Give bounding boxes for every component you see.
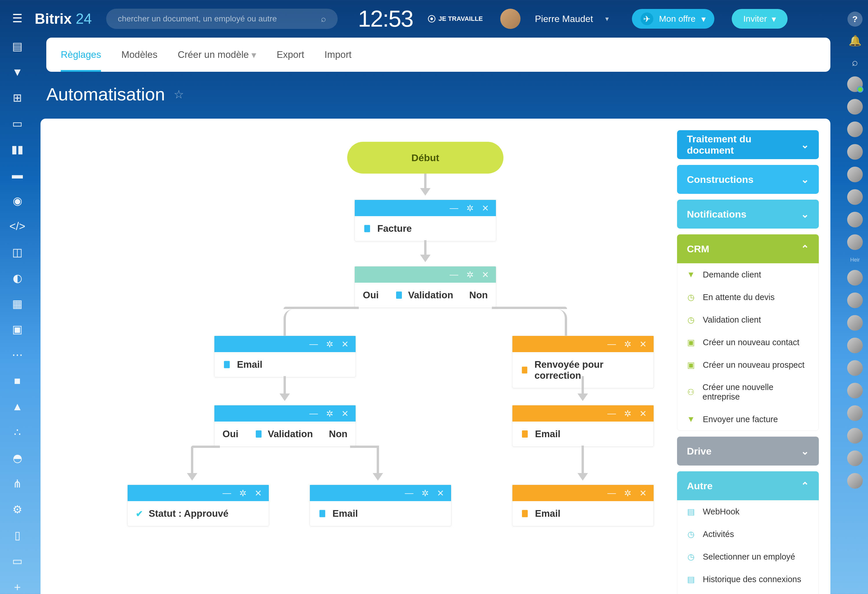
- minimize-icon[interactable]: —: [607, 488, 616, 498]
- autre-item[interactable]: ▤Définition des paramètres: [677, 591, 819, 594]
- gear-icon[interactable]: ✲: [624, 409, 631, 419]
- step-validation-2[interactable]: —✲✕ Oui Validation Non: [214, 405, 356, 447]
- close-icon[interactable]: ✕: [341, 339, 348, 349]
- contact-avatar[interactable]: [847, 383, 863, 398]
- gear-icon[interactable]: ✲: [624, 488, 631, 498]
- minimize-icon[interactable]: —: [607, 339, 616, 349]
- favorite-star-icon[interactable]: ☆: [174, 88, 184, 101]
- step-facture[interactable]: — ✲ ✕ Facture: [354, 199, 496, 241]
- nav-clock-icon[interactable]: ◓: [10, 451, 25, 465]
- acc-constructions[interactable]: Constructions⌄: [677, 165, 819, 194]
- close-icon[interactable]: ✕: [255, 488, 262, 498]
- minimize-icon[interactable]: —: [309, 409, 318, 418]
- gear-icon[interactable]: ✲: [624, 339, 631, 349]
- contact-avatar[interactable]: [847, 234, 863, 250]
- nav-add-icon[interactable]: ＋: [10, 579, 25, 594]
- nav-android-icon[interactable]: ◉: [10, 194, 25, 208]
- user-name[interactable]: Pierre Maudet: [535, 13, 593, 24]
- tab-modeles[interactable]: Modèles: [121, 38, 157, 72]
- close-icon[interactable]: ✕: [639, 409, 647, 419]
- menu-icon[interactable]: ☰: [12, 12, 22, 25]
- gear-icon[interactable]: ✲: [466, 270, 474, 280]
- minimize-icon[interactable]: —: [607, 409, 616, 418]
- search-input[interactable]: [118, 14, 321, 24]
- nav-bank-icon[interactable]: ▲: [10, 400, 25, 414]
- autre-item[interactable]: ▤Historique des connexions: [677, 568, 819, 591]
- acc-drive[interactable]: Drive⌄: [677, 437, 819, 465]
- nav-share-icon[interactable]: ∴: [10, 425, 25, 439]
- search-icon[interactable]: ⌕: [321, 14, 326, 24]
- autre-item[interactable]: ▤WebHook: [677, 500, 819, 523]
- nav-laptop-icon[interactable]: ▭: [10, 554, 25, 568]
- contact-avatar[interactable]: [847, 360, 863, 376]
- nav-doc-icon[interactable]: ▤: [10, 39, 25, 53]
- contact-avatar[interactable]: [847, 315, 863, 331]
- acc-autre[interactable]: Autre⌃ ▤WebHook ◷Activités ◷Selectionner…: [677, 471, 819, 594]
- nav-building-icon[interactable]: ▦: [10, 297, 25, 311]
- nav-funnel-icon[interactable]: ▼: [10, 65, 25, 79]
- nav-calendar-icon[interactable]: ▭: [10, 117, 25, 131]
- contact-avatar[interactable]: [847, 451, 863, 466]
- step-validation-1[interactable]: — ✲ ✕ Oui Validation Non: [354, 266, 496, 308]
- autre-item[interactable]: ◷Activités: [677, 523, 819, 545]
- step-approved[interactable]: —✲✕ ✔Statut : Approuvé: [127, 485, 269, 526]
- nav-image-icon[interactable]: ▣: [10, 322, 25, 337]
- nav-ellipsis-icon[interactable]: ⋯: [10, 348, 25, 362]
- contact-avatar[interactable]: [847, 405, 863, 421]
- nav-code-icon[interactable]: </>: [10, 219, 25, 233]
- minimize-icon[interactable]: —: [309, 339, 318, 349]
- contact-avatar[interactable]: [847, 121, 863, 137]
- nav-video-icon[interactable]: ■: [10, 374, 25, 388]
- minimize-icon[interactable]: —: [450, 270, 458, 279]
- nav-sitemap-icon[interactable]: ⋔: [10, 477, 25, 491]
- acc-traitement[interactable]: Traitement du document⌄: [677, 130, 819, 159]
- contact-avatar[interactable]: [847, 212, 863, 228]
- nav-gear-icon[interactable]: ⚙: [10, 502, 25, 516]
- close-icon[interactable]: ✕: [437, 488, 444, 498]
- contact-avatar[interactable]: [847, 144, 863, 160]
- contact-avatar[interactable]: [847, 167, 863, 182]
- contact-avatar[interactable]: [847, 270, 863, 285]
- start-node[interactable]: Début: [347, 142, 503, 174]
- contact-avatar[interactable]: [847, 189, 863, 205]
- gear-icon[interactable]: ✲: [466, 203, 474, 213]
- acc-crm[interactable]: CRM⌃ ▼Demande client ◷En attente du devi…: [677, 234, 819, 431]
- working-status[interactable]: JE TRAVAILLE: [428, 15, 483, 23]
- bell-icon[interactable]: 🔔: [848, 34, 862, 48]
- contact-avatar[interactable]: [847, 338, 863, 353]
- autre-item[interactable]: ◷Selectionner un employé: [677, 545, 819, 568]
- step-email-2[interactable]: —✲✕ Email: [512, 405, 654, 447]
- close-icon[interactable]: ✕: [482, 203, 489, 213]
- nav-book-icon[interactable]: ▬: [10, 168, 25, 182]
- minimize-icon[interactable]: —: [405, 488, 413, 498]
- close-icon[interactable]: ✕: [639, 488, 647, 498]
- invite-button[interactable]: Inviter ▾: [732, 9, 788, 29]
- nav-stats-icon[interactable]: ▮▮: [10, 142, 25, 157]
- minimize-icon[interactable]: —: [223, 488, 231, 498]
- logo[interactable]: Bitrix 24: [35, 10, 92, 27]
- user-chevron-icon[interactable]: ▾: [605, 15, 609, 23]
- offer-button[interactable]: ✈ Mon offre ▾: [632, 9, 714, 29]
- tab-export[interactable]: Export: [277, 38, 304, 72]
- contact-avatar[interactable]: [847, 428, 863, 443]
- step-email-1[interactable]: —✲✕ Email: [214, 335, 356, 377]
- search-box[interactable]: ⌕: [106, 9, 338, 29]
- tab-creer-modele[interactable]: Créer un modèle ▾: [178, 38, 256, 72]
- nav-globe-icon[interactable]: ◐: [10, 271, 25, 285]
- acc-notifications[interactable]: Notifications⌄: [677, 199, 819, 229]
- contact-avatar[interactable]: [847, 76, 863, 92]
- nav-grid-icon[interactable]: ⊞: [10, 91, 25, 105]
- crm-item[interactable]: ▣Créer un nouveau prospect: [677, 353, 819, 376]
- close-icon[interactable]: ✕: [341, 409, 348, 419]
- minimize-icon[interactable]: —: [450, 203, 458, 213]
- nav-cash-icon[interactable]: ◫: [10, 245, 25, 259]
- gear-icon[interactable]: ✲: [239, 488, 247, 498]
- crm-item[interactable]: ⚇Créer une nouvelle entreprise: [677, 376, 819, 408]
- tab-import[interactable]: Import: [325, 38, 352, 72]
- gear-icon[interactable]: ✲: [326, 339, 333, 349]
- crm-item[interactable]: ▣Créer un nouveau contact: [677, 331, 819, 353]
- crm-item[interactable]: ◷En attente du devis: [677, 286, 819, 309]
- gear-icon[interactable]: ✲: [422, 488, 429, 498]
- crm-item[interactable]: ▼Envoyer une facture: [677, 408, 819, 430]
- step-email-3[interactable]: —✲✕ Email: [310, 485, 451, 526]
